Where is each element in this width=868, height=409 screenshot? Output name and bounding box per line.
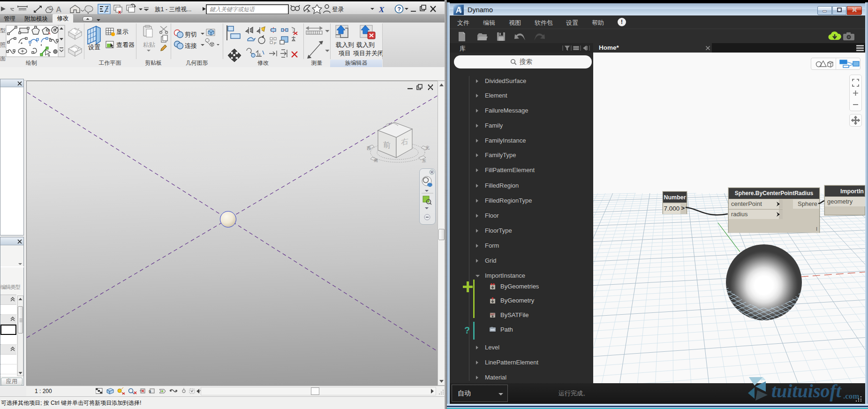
svg-text:载入到: 载入到 (356, 41, 375, 48)
svg-text:项目并关闭: 项目并关闭 (353, 50, 383, 57)
svg-text:tuituisoft: tuituisoft (771, 380, 842, 401)
svg-text:显示: 显示 (116, 28, 128, 35)
svg-text:粘贴: 粘贴 (143, 41, 155, 48)
svg-text:设置: 设置 (88, 44, 100, 51)
svg-text:?: ? (398, 6, 401, 13)
svg-text:A: A (56, 5, 61, 14)
svg-text:鍵入关键字或短语: 鍵入关键字或短语 (210, 6, 256, 13)
svg-text:1: 1 (50, 7, 52, 10)
svg-text:前: 前 (383, 140, 391, 150)
svg-text:项目: 项目 (339, 50, 351, 57)
svg-text:连接: 连接 (185, 42, 197, 49)
svg-text:载入到: 载入到 (336, 41, 354, 48)
svg-text:西: 西 (367, 146, 371, 151)
svg-text:右: 右 (401, 136, 408, 146)
svg-text:东: 东 (422, 159, 426, 163)
svg-text:P: P (274, 41, 276, 45)
svg-text:X: X (378, 5, 385, 14)
svg-text:9: 9 (149, 389, 151, 394)
svg-text:登录: 登录 (332, 6, 344, 13)
svg-text:南: 南 (374, 158, 378, 163)
svg-text:查看器: 查看器 (116, 41, 135, 48)
svg-text:族1 - 三维视...: 族1 - 三维视... (155, 6, 191, 13)
svg-text:北: 北 (425, 145, 430, 150)
svg-text:剪切: 剪切 (185, 31, 197, 38)
